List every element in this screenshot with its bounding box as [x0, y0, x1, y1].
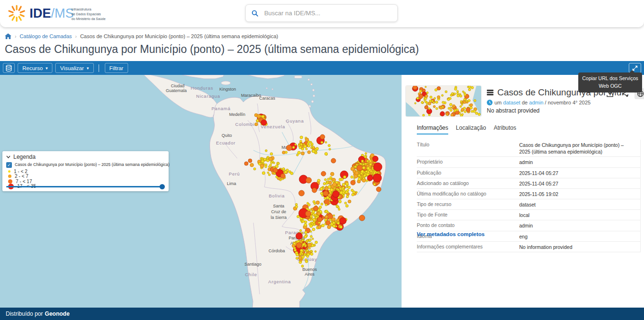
svg-text:Cruz de: Cruz de — [271, 209, 286, 214]
row-label: Adicionado ao catálogo — [417, 180, 519, 187]
app-header: IDE/MS Infraestrutura de Dados Espaciais… — [0, 0, 644, 27]
idems-logo[interactable]: IDE/MS — [7, 3, 74, 23]
svg-text:Guatemala: Guatemala — [166, 88, 187, 93]
legend-class-dot — [8, 179, 12, 184]
meta-link[interactable]: dataset — [503, 100, 520, 105]
svg-text:Santa: Santa — [273, 204, 284, 208]
row-value[interactable]: admin — [519, 222, 540, 229]
dataset-meta: um dataset de admin / novembro 4° 2025 — [487, 100, 591, 105]
opacity-slider[interactable] — [6, 184, 165, 189]
breadcrumb-catalog-link[interactable]: Catálogo de Camadas — [20, 33, 71, 39]
row-label: Ponto de contato — [417, 222, 519, 229]
search-bar[interactable] — [245, 4, 398, 22]
svg-text:Chile: Chile — [245, 272, 257, 277]
legend-class-label: 7 - < 17 — [16, 179, 32, 184]
row-value[interactable]: dataset — [519, 201, 542, 208]
row-value: eng — [519, 233, 534, 240]
visualizar-dropdown[interactable]: Visualizar — [55, 63, 93, 73]
svg-text:Panamá: Panamá — [211, 106, 231, 111]
svg-text:Honduras: Honduras — [191, 85, 213, 91]
dataset-icon — [487, 89, 493, 96]
abstract-text: No abstract provided — [487, 107, 540, 114]
dataset-menu-button[interactable] — [3, 63, 15, 73]
recurso-dropdown[interactable]: Recurso — [18, 63, 52, 73]
row-value: 2025-11-04 05:27 — [519, 180, 565, 187]
legend-class: 2 - < 7 — [8, 174, 165, 179]
details-panel: ✕ Casos de Chikungunya por Mu... — [402, 75, 644, 308]
legend-class: 1 - < 2 — [8, 169, 165, 174]
meta-text: / novembro 4° 2025 — [543, 100, 591, 105]
row-value: 2025-11-05 19:02 — [519, 191, 565, 197]
legend-class-dot — [8, 175, 11, 178]
opacity-slider-track[interactable] — [6, 186, 165, 187]
legend-layer-label: Casos de Chikungunya por Município (pont… — [15, 162, 170, 167]
ogc-tooltip: Copiar URL dos Serviços Web OGC — [578, 72, 642, 93]
table-row: TítuloCasos de Chikungunya por Município… — [417, 140, 640, 157]
svg-text:Quito: Quito — [221, 133, 232, 138]
svg-text:Córdoba: Córdoba — [269, 248, 285, 253]
tab-informações[interactable]: Informações — [417, 124, 448, 134]
home-icon[interactable] — [5, 33, 11, 39]
meta-text: de — [520, 100, 529, 105]
map-svg[interactable]: KingstonCiudadGuatemalaHondurasNicaragua… — [0, 75, 402, 308]
legend-class-label: 2 - < 7 — [15, 174, 29, 179]
row-value: 2025-11-04 05:27 — [519, 170, 565, 176]
row-label: Tipo de Fonte — [417, 212, 519, 218]
filtrar-button[interactable]: Filtrar — [105, 63, 128, 73]
table-row: Adicionado ao catálogo2025-11-04 05:27 — [417, 178, 640, 189]
breadcrumb: › Catálogo de Camadas › Casos de Chikung… — [5, 33, 278, 39]
legend-panel: Legenda ✓ Casos de Chikungunya por Munic… — [2, 151, 169, 191]
map-canvas[interactable]: KingstonCiudadGuatemalaHondurasNicaragua… — [0, 75, 402, 308]
svg-text:Lima: Lima — [227, 181, 236, 186]
row-label: Última modificação no catálogo — [417, 191, 519, 197]
meta-link[interactable]: admin — [529, 100, 543, 105]
row-label: Proprietário — [417, 159, 519, 165]
tab-atributos[interactable]: Atributos — [493, 124, 516, 134]
table-row: Tipo de recursodataset — [417, 199, 640, 210]
dataset-thumbnail — [406, 86, 481, 116]
legend-class-label: 1 - < 2 — [14, 169, 28, 174]
breadcrumb-current: Casos de Chikungunya por Município (pont… — [80, 33, 278, 39]
table-row: Publicação2025-11-04 05:27 — [417, 168, 640, 178]
app-footer: Distribuído por Geonode — [0, 308, 644, 320]
dataset-toolbar: Recurso Visualizar Filtrar — [0, 61, 644, 75]
row-value[interactable]: admin — [519, 159, 540, 165]
geonode-dataset-page: IDE/MS Infraestrutura de Dados Espaciais… — [0, 0, 644, 320]
logo-tagline: Infraestrutura de Dados Espaciais do Min… — [71, 7, 106, 21]
toolbar-divider — [99, 64, 99, 72]
database-icon — [6, 65, 12, 72]
footer-text: Distribuído por — [6, 310, 43, 317]
search-icon — [252, 10, 259, 17]
search-input[interactable] — [263, 9, 392, 17]
tab-localização[interactable]: Localização — [456, 124, 486, 134]
row-value: No information provided — [519, 244, 579, 250]
legend-class: 7 - < 17 — [8, 179, 165, 184]
row-label: Publicação — [417, 170, 519, 176]
svg-text:Nicaragua: Nicaragua — [196, 93, 221, 99]
full-metadata-link[interactable]: Ver metadados completos — [417, 231, 485, 237]
svg-text:Medellín: Medellín — [229, 112, 245, 117]
meta-text: um — [494, 100, 503, 105]
table-row: Ponto de contatoadmin — [417, 220, 640, 231]
table-row: Última modificação no catálogo2025-11-05… — [417, 189, 640, 199]
svg-text:Guyana: Guyana — [286, 118, 304, 124]
opacity-slider-handle[interactable] — [160, 184, 165, 189]
geonode-link[interactable]: Geonode — [45, 310, 70, 317]
layer-visibility-checkbox[interactable]: ✓ — [6, 162, 12, 168]
row-label: Tipo de recurso — [417, 201, 519, 208]
svg-text:la Sierra: la Sierra — [271, 215, 287, 220]
table-row: Tipo de Fontelocal — [417, 210, 640, 220]
legend-header[interactable]: Legenda — [6, 154, 165, 160]
table-row: Informações complementaresNo information… — [417, 242, 640, 252]
svg-text:Ciudad: Ciudad — [171, 83, 185, 88]
legend-class-dot — [8, 170, 10, 173]
svg-text:Maracaibo: Maracaibo — [241, 93, 261, 98]
row-label: Informações complementares — [417, 244, 519, 250]
svg-text:Aires: Aires — [305, 272, 315, 277]
clock-icon — [487, 100, 493, 105]
row-label: Título — [417, 142, 519, 155]
svg-text:Ecuador: Ecuador — [216, 140, 236, 145]
row-value: local — [519, 212, 536, 218]
svg-text:Buenos: Buenos — [302, 267, 317, 272]
svg-text:Kingston: Kingston — [219, 87, 236, 92]
